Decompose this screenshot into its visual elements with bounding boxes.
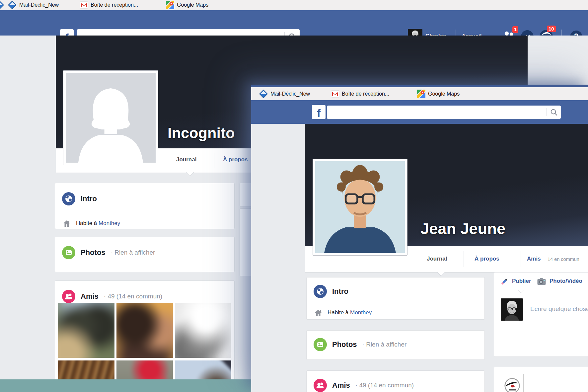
home-icon — [314, 309, 322, 316]
google-maps-icon — [166, 1, 174, 9]
mail-declic-icon — [259, 90, 268, 98]
composer-user-avatar — [501, 298, 523, 321]
photos-card: Photos · Rien à afficher — [306, 330, 485, 360]
friend-photo[interactable] — [175, 303, 231, 358]
lives-in-text: Habite à Monthey — [76, 220, 120, 227]
composer-card: Publier Photo/Vidéo Écrire quelque chose… — [494, 272, 588, 357]
profile-name: Incognito — [168, 124, 235, 142]
photos-icon — [62, 246, 75, 259]
search-input[interactable] — [327, 106, 547, 119]
intro-title: Intro — [81, 195, 97, 203]
intro-title: Intro — [332, 287, 348, 296]
tab-separator — [521, 251, 521, 267]
bookmark-mail-declic[interactable]: Mail-Déclic_New — [8, 0, 59, 10]
search-bar — [327, 106, 561, 119]
friends-title[interactable]: Amis — [81, 292, 99, 301]
post-logo-image — [501, 374, 523, 392]
bookmarks-bar: Mail-Déclic_New Boîte de réception... Go… — [0, 0, 588, 10]
friend-requests-badge: 1 — [512, 26, 518, 33]
photos-meta: · Rien à afficher — [111, 249, 155, 256]
facebook-navbar: f — [251, 100, 588, 124]
profile-picture[interactable] — [313, 159, 407, 256]
city-link[interactable]: Monthey — [350, 309, 372, 316]
bookmark-label: Boîte de réception... — [342, 91, 389, 97]
feed-card-partial — [240, 208, 252, 276]
tab-amis-meta: 14 en commun — [548, 257, 579, 262]
bookmark-label: Mail-Déclic_New — [19, 2, 59, 8]
tab-separator — [464, 251, 464, 267]
composer-tab-bar: Publier Photo/Vidéo — [494, 273, 588, 290]
bookmark-google-maps[interactable]: Google Maps — [166, 0, 208, 10]
pencil-icon — [500, 277, 509, 285]
profile-name: Jean Jeune — [420, 219, 505, 238]
bookmark-label: Mail-Déclic_New — [270, 91, 310, 97]
facebook-logo[interactable]: f — [312, 105, 326, 119]
bookmark-inbox[interactable]: Boîte de réception... — [80, 0, 138, 10]
window-top-edge — [251, 85, 588, 87]
camera-icon — [537, 277, 546, 286]
publish-tab[interactable]: Publier — [512, 278, 531, 284]
tab-amis[interactable]: Amis — [527, 256, 541, 262]
photos-meta: · Rien à afficher — [362, 341, 407, 348]
bookmark-label: Google Maps — [177, 2, 208, 8]
facebook-navbar: f Charles Accueil 1 10 — [0, 10, 588, 36]
intro-card: Intro Habite à Monthey — [306, 277, 485, 320]
photos-title[interactable]: Photos — [81, 248, 106, 257]
feed-card-partial — [240, 183, 252, 206]
tab-separator — [532, 276, 532, 286]
partial-bookmark-icon[interactable] — [0, 1, 4, 9]
friends-meta: · 49 (14 en commun) — [104, 293, 162, 300]
bookmark-mail-declic[interactable]: Mail-Déclic_New — [259, 87, 310, 100]
gmail-icon — [80, 1, 88, 9]
search-divider — [547, 108, 547, 116]
photo-video-tab[interactable]: Photo/Vidéo — [550, 278, 582, 284]
post-card — [494, 367, 588, 392]
default-avatar-silhouette-icon — [66, 73, 156, 163]
tab-journal[interactable]: Journal — [176, 156, 196, 163]
friend-photo[interactable] — [116, 303, 173, 358]
friends-icon — [314, 379, 327, 392]
composer-placeholder[interactable]: Écrire quelque chose... — [530, 305, 588, 313]
profile-page: Journal À propos Amis 14 en commun Jean … — [251, 124, 588, 392]
desktop-screenshot: Mail-Déclic_New Boîte de réception... Go… — [0, 0, 588, 392]
city-link[interactable]: Monthey — [99, 220, 120, 226]
photos-title[interactable]: Photos — [332, 340, 357, 349]
intro-globe-icon — [314, 285, 327, 298]
photos-icon — [314, 338, 327, 351]
friends-card: Amis · 49 (14 en commun) — [55, 280, 235, 392]
friend-photo[interactable] — [58, 303, 114, 358]
home-icon — [63, 220, 71, 227]
tab-a-propos[interactable]: À propos — [475, 256, 499, 262]
bookmark-label: Boîte de réception... — [91, 2, 138, 8]
lives-in-text: Habite à Monthey — [328, 309, 372, 316]
teal-taskbar — [0, 379, 256, 392]
search-icon[interactable] — [550, 109, 557, 116]
bookmark-google-maps[interactable]: Google Maps — [417, 87, 460, 100]
browser-window-front: Mail-Déclic_New Boîte de réception... Go… — [251, 85, 588, 392]
jean-portrait-photo — [315, 161, 405, 253]
profile-picture[interactable] — [63, 70, 158, 165]
composer-divider — [494, 333, 588, 333]
intro-globe-icon — [62, 192, 75, 205]
friends-card: Amis · 49 (14 en commun) — [306, 370, 485, 392]
intro-card: Intro Habite à Monthey — [55, 183, 235, 229]
mail-declic-icon — [8, 1, 17, 9]
notifications-badge: 10 — [547, 26, 556, 32]
gmail-icon — [331, 90, 339, 98]
google-maps-icon — [417, 90, 425, 98]
friends-title[interactable]: Amis — [332, 381, 350, 390]
friends-meta: · 49 (14 en commun) — [355, 382, 414, 389]
bookmark-label: Google Maps — [428, 91, 460, 97]
bookmark-inbox[interactable]: Boîte de réception... — [331, 87, 389, 100]
photos-card: Photos · Rien à afficher — [55, 237, 235, 272]
friends-icon — [62, 290, 75, 303]
tab-separator — [214, 153, 214, 168]
bookmarks-bar: Mail-Déclic_New Boîte de réception... Go… — [251, 87, 588, 101]
post-thumbnail[interactable] — [501, 374, 524, 392]
tab-a-propos[interactable]: À propos — [223, 156, 248, 163]
tab-journal[interactable]: Journal — [427, 256, 447, 262]
